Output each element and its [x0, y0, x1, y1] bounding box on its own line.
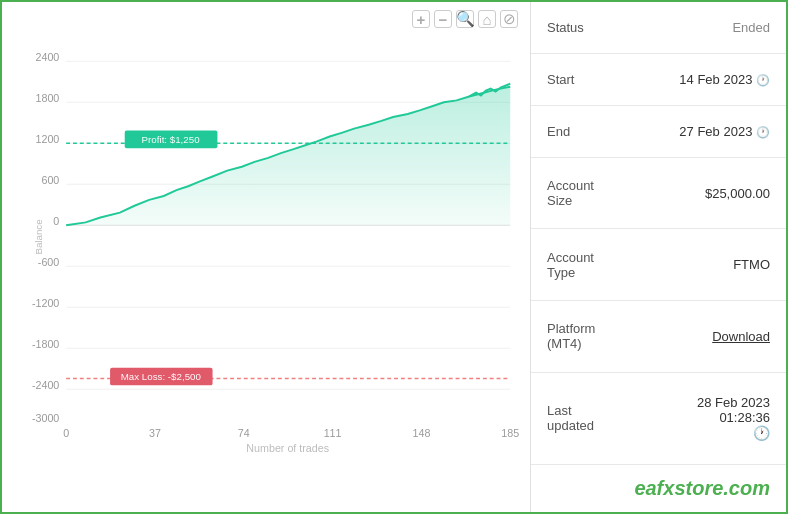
- svg-text:-1800: -1800: [32, 338, 59, 350]
- svg-text:600: 600: [41, 174, 59, 186]
- clock-icon-end: 🕐: [756, 126, 770, 138]
- last-updated-value: 28 Feb 2023 01:28:36 🕐: [646, 372, 786, 464]
- brand-footer: eafxstore.com: [531, 465, 786, 512]
- sidebar: Status Ended Start 14 Feb 2023 🕐 End 27 …: [531, 2, 786, 512]
- svg-text:148: 148: [412, 427, 430, 439]
- svg-marker-22: [66, 87, 510, 226]
- chart-container: 2400 1800 1200 600 0 -600 -1200 -1800 -2…: [32, 12, 520, 462]
- svg-text:37: 37: [149, 427, 161, 439]
- last-updated-row: Lastupdated 28 Feb 2023 01:28:36 🕐: [531, 372, 786, 464]
- svg-text:0: 0: [63, 427, 69, 439]
- svg-text:-3000: -3000: [32, 412, 59, 424]
- status-label: Status: [531, 2, 646, 53]
- svg-text:Balance: Balance: [33, 219, 44, 254]
- end-row: End 27 Feb 2023 🕐: [531, 105, 786, 157]
- status-value: Ended: [646, 2, 786, 53]
- platform-label: Platform (MT4): [531, 301, 646, 373]
- start-value: 14 Feb 2023 🕐: [646, 53, 786, 105]
- account-size-label: AccountSize: [531, 157, 646, 229]
- info-table: Status Ended Start 14 Feb 2023 🕐 End 27 …: [531, 2, 786, 465]
- svg-text:-2400: -2400: [32, 379, 59, 391]
- svg-text:1200: 1200: [35, 133, 59, 145]
- account-size-row: AccountSize $25,000.00: [531, 157, 786, 229]
- svg-text:1800: 1800: [35, 92, 59, 104]
- svg-text:185: 185: [501, 427, 519, 439]
- clock-icon: 🕐: [756, 74, 770, 86]
- svg-text:Profit: $1,250: Profit: $1,250: [142, 134, 201, 145]
- svg-text:74: 74: [238, 427, 250, 439]
- svg-text:-1200: -1200: [32, 297, 59, 309]
- status-row: Status Ended: [531, 2, 786, 53]
- start-label: Start: [531, 53, 646, 105]
- account-type-label: AccountType: [531, 229, 646, 301]
- svg-text:0: 0: [53, 215, 59, 227]
- account-size-value: $25,000.00: [646, 157, 786, 229]
- svg-text:Max Loss: -$2,500: Max Loss: -$2,500: [121, 371, 202, 382]
- account-type-row: AccountType FTMO: [531, 229, 786, 301]
- platform-download[interactable]: Download: [646, 301, 786, 373]
- chart-area: + − 🔍 ⌂ ⊘ 2400 1800 1200 600 0 -600 -120…: [2, 2, 531, 512]
- start-row: Start 14 Feb 2023 🕐: [531, 53, 786, 105]
- download-link[interactable]: Download: [712, 329, 770, 344]
- svg-text:2400: 2400: [35, 51, 59, 63]
- last-updated-label: Lastupdated: [531, 372, 646, 464]
- end-value: 27 Feb 2023 🕐: [646, 105, 786, 157]
- svg-text:-600: -600: [38, 256, 59, 268]
- svg-text:111: 111: [324, 427, 342, 439]
- brand-text: eafxstore.com: [634, 477, 770, 499]
- platform-row: Platform (MT4) Download: [531, 301, 786, 373]
- end-label: End: [531, 105, 646, 157]
- clock-icon-updated: 🕐: [753, 425, 770, 441]
- account-type-value: FTMO: [646, 229, 786, 301]
- svg-text:Number of trades: Number of trades: [246, 442, 329, 454]
